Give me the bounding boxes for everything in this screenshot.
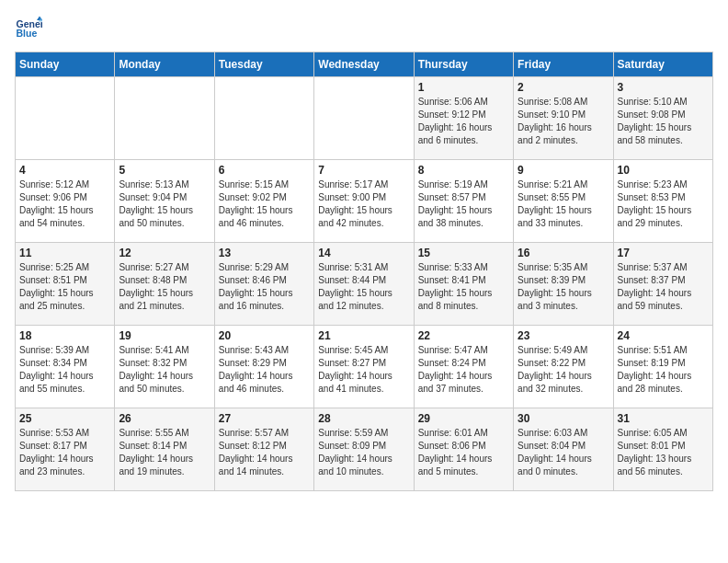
week-row-5: 25Sunrise: 5:53 AM Sunset: 8:17 PM Dayli… [16,408,713,491]
day-number: 19 [119,329,210,342]
day-cell: 28Sunrise: 5:59 AM Sunset: 8:09 PM Dayli… [314,408,414,491]
day-number: 7 [318,164,409,177]
day-number: 18 [19,329,110,342]
day-cell: 16Sunrise: 5:35 AM Sunset: 8:39 PM Dayli… [514,243,613,326]
day-cell [314,77,414,160]
day-info: Sunrise: 5:55 AM Sunset: 8:14 PM Dayligh… [119,427,210,478]
day-info: Sunrise: 5:53 AM Sunset: 8:17 PM Dayligh… [19,427,110,478]
day-cell: 21Sunrise: 5:45 AM Sunset: 8:27 PM Dayli… [314,326,414,408]
day-info: Sunrise: 5:12 AM Sunset: 9:06 PM Dayligh… [19,178,110,230]
day-number: 20 [219,329,310,342]
day-cell [214,77,313,160]
day-cell: 3Sunrise: 5:10 AM Sunset: 9:08 PM Daylig… [613,77,712,160]
day-cell: 29Sunrise: 6:01 AM Sunset: 8:06 PM Dayli… [414,408,513,491]
day-cell: 8Sunrise: 5:19 AM Sunset: 8:57 PM Daylig… [414,160,513,243]
week-row-4: 18Sunrise: 5:39 AM Sunset: 8:34 PM Dayli… [16,326,713,408]
day-info: Sunrise: 6:03 AM Sunset: 8:04 PM Dayligh… [518,427,609,478]
day-info: Sunrise: 5:45 AM Sunset: 8:27 PM Dayligh… [318,344,409,396]
day-info: Sunrise: 5:10 AM Sunset: 9:08 PM Dayligh… [618,96,709,147]
day-info: Sunrise: 5:47 AM Sunset: 8:24 PM Dayligh… [418,344,509,396]
day-info: Sunrise: 5:15 AM Sunset: 9:02 PM Dayligh… [219,178,310,230]
day-number: 14 [318,247,409,259]
day-number: 25 [19,412,110,425]
day-number: 24 [618,329,709,342]
day-info: Sunrise: 5:19 AM Sunset: 8:57 PM Dayligh… [418,178,509,230]
weekday-header-monday: Monday [115,52,214,77]
week-row-1: 1Sunrise: 5:06 AM Sunset: 9:12 PM Daylig… [16,77,713,160]
day-info: Sunrise: 5:43 AM Sunset: 8:29 PM Dayligh… [219,344,310,396]
weekday-header-tuesday: Tuesday [214,52,313,77]
day-info: Sunrise: 6:05 AM Sunset: 8:01 PM Dayligh… [618,427,709,478]
day-cell: 6Sunrise: 5:15 AM Sunset: 9:02 PM Daylig… [214,160,313,243]
day-cell: 24Sunrise: 5:51 AM Sunset: 8:19 PM Dayli… [613,326,712,408]
weekday-header-sunday: Sunday [16,52,115,77]
day-info: Sunrise: 5:41 AM Sunset: 8:32 PM Dayligh… [119,344,210,396]
day-info: Sunrise: 5:21 AM Sunset: 8:55 PM Dayligh… [518,178,609,230]
day-cell: 27Sunrise: 5:57 AM Sunset: 8:12 PM Dayli… [214,408,313,491]
logo-icon: General Blue [15,15,42,42]
logo: General Blue [15,15,46,42]
day-info: Sunrise: 5:39 AM Sunset: 8:34 PM Dayligh… [19,344,110,396]
day-cell: 15Sunrise: 5:33 AM Sunset: 8:41 PM Dayli… [414,243,513,326]
weekday-header-friday: Friday [514,52,613,77]
day-number: 8 [418,164,509,177]
day-cell: 10Sunrise: 5:23 AM Sunset: 8:53 PM Dayli… [613,160,712,243]
day-info: Sunrise: 6:01 AM Sunset: 8:06 PM Dayligh… [418,427,509,478]
day-number: 4 [19,164,110,177]
day-cell: 23Sunrise: 5:49 AM Sunset: 8:22 PM Dayli… [514,326,613,408]
day-info: Sunrise: 5:27 AM Sunset: 8:48 PM Dayligh… [119,261,210,313]
day-number: 1 [418,81,509,94]
day-info: Sunrise: 5:51 AM Sunset: 8:19 PM Dayligh… [618,344,709,396]
day-number: 13 [219,247,310,259]
day-number: 26 [119,412,210,425]
day-info: Sunrise: 5:17 AM Sunset: 9:00 PM Dayligh… [318,178,409,230]
day-cell: 25Sunrise: 5:53 AM Sunset: 8:17 PM Dayli… [16,408,115,491]
calendar-table: SundayMondayTuesdayWednesdayThursdayFrid… [15,52,713,491]
weekday-header-wednesday: Wednesday [314,52,414,77]
day-number: 29 [418,412,509,425]
day-info: Sunrise: 5:49 AM Sunset: 8:22 PM Dayligh… [518,344,609,396]
day-cell: 18Sunrise: 5:39 AM Sunset: 8:34 PM Dayli… [16,326,115,408]
week-row-2: 4Sunrise: 5:12 AM Sunset: 9:06 PM Daylig… [16,160,713,243]
day-cell: 2Sunrise: 5:08 AM Sunset: 9:10 PM Daylig… [514,77,613,160]
day-cell [115,77,214,160]
day-info: Sunrise: 5:25 AM Sunset: 8:51 PM Dayligh… [19,261,110,313]
day-cell: 26Sunrise: 5:55 AM Sunset: 8:14 PM Dayli… [115,408,214,491]
day-cell [16,77,115,160]
weekday-header-row: SundayMondayTuesdayWednesdayThursdayFrid… [16,52,713,77]
day-cell: 19Sunrise: 5:41 AM Sunset: 8:32 PM Dayli… [115,326,214,408]
day-number: 30 [518,412,609,425]
day-number: 27 [219,412,310,425]
day-number: 2 [518,81,609,94]
day-info: Sunrise: 5:37 AM Sunset: 8:37 PM Dayligh… [618,261,709,313]
day-number: 15 [418,247,509,259]
day-info: Sunrise: 5:08 AM Sunset: 9:10 PM Dayligh… [518,96,609,147]
day-number: 21 [318,329,409,342]
day-info: Sunrise: 5:35 AM Sunset: 8:39 PM Dayligh… [518,261,609,313]
day-info: Sunrise: 5:13 AM Sunset: 9:04 PM Dayligh… [119,178,210,230]
day-number: 9 [518,164,609,177]
day-number: 6 [219,164,310,177]
day-cell: 7Sunrise: 5:17 AM Sunset: 9:00 PM Daylig… [314,160,414,243]
day-cell: 12Sunrise: 5:27 AM Sunset: 8:48 PM Dayli… [115,243,214,326]
day-number: 11 [19,247,110,259]
day-cell: 17Sunrise: 5:37 AM Sunset: 8:37 PM Dayli… [613,243,712,326]
day-number: 3 [618,81,709,94]
day-cell: 11Sunrise: 5:25 AM Sunset: 8:51 PM Dayli… [16,243,115,326]
weekday-header-saturday: Saturday [613,52,712,77]
day-number: 31 [618,412,709,425]
day-number: 22 [418,329,509,342]
day-number: 28 [318,412,409,425]
day-cell: 31Sunrise: 6:05 AM Sunset: 8:01 PM Dayli… [613,408,712,491]
day-cell: 20Sunrise: 5:43 AM Sunset: 8:29 PM Dayli… [214,326,313,408]
day-cell: 13Sunrise: 5:29 AM Sunset: 8:46 PM Dayli… [214,243,313,326]
day-number: 10 [618,164,709,177]
day-info: Sunrise: 5:59 AM Sunset: 8:09 PM Dayligh… [318,427,409,478]
day-info: Sunrise: 5:23 AM Sunset: 8:53 PM Dayligh… [618,178,709,230]
day-number: 17 [618,247,709,259]
day-cell: 22Sunrise: 5:47 AM Sunset: 8:24 PM Dayli… [414,326,513,408]
day-number: 23 [518,329,609,342]
day-cell: 9Sunrise: 5:21 AM Sunset: 8:55 PM Daylig… [514,160,613,243]
day-cell: 14Sunrise: 5:31 AM Sunset: 8:44 PM Dayli… [314,243,414,326]
day-info: Sunrise: 5:31 AM Sunset: 8:44 PM Dayligh… [318,261,409,313]
